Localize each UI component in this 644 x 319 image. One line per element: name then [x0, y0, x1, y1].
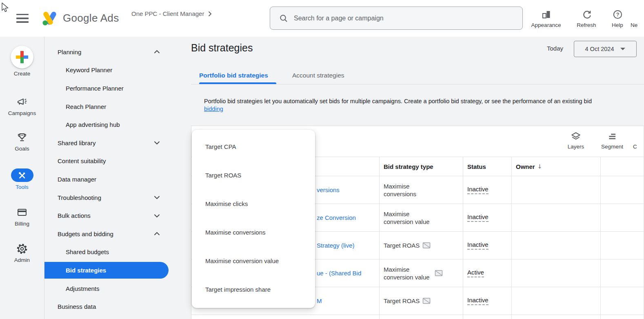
search-input[interactable]: [294, 15, 506, 22]
rail-item-campaigns[interactable]: Campaigns: [0, 96, 44, 116]
bid-strategy-link[interactable]: M: [317, 297, 322, 304]
header-label: Status: [467, 163, 486, 170]
limited-status-icon: [435, 270, 443, 277]
nav-item-label: Performance Planner: [66, 85, 124, 92]
status-badge[interactable]: Inactive: [467, 297, 489, 305]
cell-extra: [600, 204, 644, 231]
appearance-icon: [527, 9, 565, 20]
cell-owner: [511, 176, 600, 204]
nav-item-adjustments[interactable]: Adjustments: [44, 279, 180, 298]
cell-status: Inactive: [463, 204, 511, 231]
nav-item-bid-strategies[interactable]: Bid strategies: [44, 262, 169, 279]
nav-item-label: Bid strategies: [66, 267, 106, 274]
nav-item-performance-planner[interactable]: Performance Planner: [44, 79, 180, 97]
bid-strategy-type-text: Maximise conversion value: [384, 210, 432, 226]
layers-button[interactable]: Layers: [563, 131, 589, 150]
cell-extra: [600, 232, 644, 259]
header-owner[interactable]: Owner ↓: [511, 157, 600, 176]
bid-strategy-type-text: Maximise conversions: [384, 182, 432, 198]
nav-item-reach-planner[interactable]: Reach Planner: [44, 97, 180, 116]
columns-button-clipped[interactable]: C: [633, 131, 644, 150]
create-plus-icon[interactable]: [11, 46, 33, 69]
menu-item-maximise-conversions[interactable]: Maximise conversions: [192, 218, 315, 246]
tab-label: Account strategies: [292, 72, 344, 79]
chevron-up-icon: [154, 49, 160, 54]
nav-item-business-data[interactable]: Business data: [44, 297, 180, 316]
nav-item-shared-library[interactable]: Shared library: [44, 134, 180, 152]
nav-item-label: Shared budgets: [66, 248, 109, 255]
nav-item-planning[interactable]: Planning: [44, 43, 180, 61]
nav-item-troubleshooting[interactable]: Troubleshooting: [44, 188, 180, 207]
left-rail: Create Campaigns Goals: [0, 37, 44, 319]
bid-strategy-link[interactable]: ze Conversion: [317, 214, 356, 221]
create-button[interactable]: Create: [0, 46, 44, 77]
bid-strategy-link[interactable]: ue - (Shared Bid: [317, 270, 361, 277]
nav-item-label: Shared library: [58, 140, 95, 146]
appearance-label: Appearance: [527, 22, 565, 28]
limited-status-icon: [422, 297, 431, 304]
menu-item-target-roas[interactable]: Target ROAS: [192, 161, 315, 189]
nav-list: PlanningKeyword PlannerPerformance Plann…: [44, 43, 180, 316]
sort-descending-icon: ↓: [537, 163, 542, 170]
goals-trophy-icon: [0, 131, 44, 144]
header-bid-strategy-type[interactable]: Bid strategy type: [379, 157, 463, 176]
nav-panel: PlanningKeyword PlannerPerformance Plann…: [44, 37, 180, 319]
nav-item-keyword-planner[interactable]: Keyword Planner: [44, 61, 180, 80]
table-row-clipped: [191, 315, 644, 319]
logo-text: Google Ads: [63, 12, 119, 24]
status-badge[interactable]: Inactive: [467, 186, 489, 194]
rail-item-billing[interactable]: Billing: [0, 206, 44, 227]
appearance-button[interactable]: Appearance: [527, 9, 565, 28]
chevron-right-icon: [208, 11, 212, 17]
status-badge[interactable]: Inactive: [467, 241, 489, 250]
bid-strategy-link[interactable]: Strategy (live): [317, 242, 355, 249]
tab-account-strategies[interactable]: Account strategies: [292, 66, 344, 84]
date-picker-value: 4 Oct 2024: [585, 46, 614, 52]
cell-owner: [511, 232, 600, 259]
search-box[interactable]: [270, 7, 523, 30]
rail-item-goals[interactable]: Goals: [0, 131, 44, 152]
goals-label: Goals: [0, 146, 44, 152]
nav-item-data-manager[interactable]: Data manager: [44, 170, 180, 188]
nav-item-label: Planning: [58, 49, 81, 55]
header-label: Owner: [516, 163, 535, 170]
segment-button[interactable]: Segment: [599, 131, 626, 150]
menu-item-target-impression-share[interactable]: Target impression share: [192, 275, 315, 303]
bid-strategy-link[interactable]: versions: [317, 186, 340, 193]
breadcrumb[interactable]: One PPC - Client Manager: [131, 10, 212, 17]
main-menu-icon[interactable]: [16, 14, 29, 23]
bid-strategy-type-menu: Target CPATarget ROASMaximise clicksMaxi…: [192, 130, 315, 308]
nav-item-budgets-and-bidding[interactable]: Budgets and bidding: [44, 225, 180, 243]
bid-strategy-type-text: Target ROAS: [384, 297, 420, 305]
cell-status: Inactive: [463, 232, 511, 259]
limited-status-icon: [422, 242, 431, 249]
rail-item-tools[interactable]: Tools: [0, 168, 44, 190]
campaigns-megaphone-icon: [0, 96, 44, 108]
nav-item-label: Keyword Planner: [66, 66, 112, 73]
menu-item-maximise-clicks[interactable]: Maximise clicks: [192, 189, 315, 218]
header-status[interactable]: Status: [463, 157, 511, 176]
menu-item-target-cpa[interactable]: Target CPA: [192, 132, 315, 161]
svg-text:?: ?: [616, 12, 619, 18]
menu-item-maximise-conversion-value[interactable]: Maximise conversion value: [192, 246, 315, 275]
cell-owner: [511, 287, 600, 315]
layers-label: Layers: [563, 144, 589, 150]
nav-item-shared-budgets[interactable]: Shared budgets: [44, 243, 180, 261]
nav-item-label: Reach Planner: [66, 103, 106, 110]
bidding-link[interactable]: bidding: [204, 106, 223, 112]
segment-label: Segment: [599, 144, 626, 150]
date-picker-button[interactable]: 4 Oct 2024: [574, 41, 637, 57]
status-badge[interactable]: Active: [467, 269, 484, 277]
notifications-button[interactable]: Ne: [626, 9, 644, 28]
nav-item-content-suitability[interactable]: Content suitability: [44, 152, 180, 171]
nav-item-app-advertising-hub[interactable]: App advertising hub: [44, 115, 180, 134]
tab-portfolio-bid-strategies[interactable]: Portfolio bid strategies: [199, 66, 268, 84]
tools-label: Tools: [0, 184, 44, 190]
tools-active-pill[interactable]: [11, 168, 33, 182]
status-badge[interactable]: Inactive: [467, 213, 489, 222]
rail-item-admin[interactable]: Admin: [0, 243, 44, 263]
billing-label: Billing: [0, 221, 44, 227]
google-ads-app: Google Ads One PPC - Client Manager App: [0, 0, 644, 319]
chevron-down-icon: [154, 213, 160, 218]
nav-item-bulk-actions[interactable]: Bulk actions: [44, 206, 180, 225]
